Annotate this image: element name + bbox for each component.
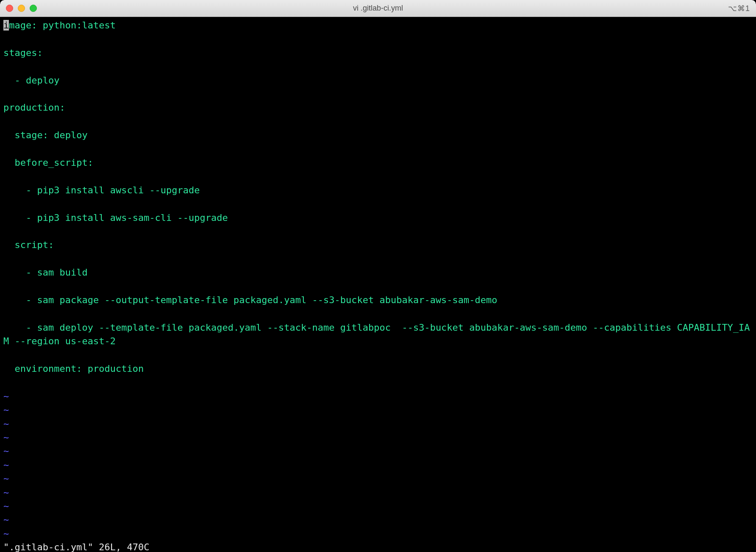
tilde-marker: ~: [3, 486, 753, 499]
window-titlebar: vi .gitlab-ci.yml ⌥⌘1: [0, 0, 756, 17]
editor-line: [3, 252, 753, 266]
tilde-marker: ~: [3, 444, 753, 458]
traffic-lights: [6, 5, 37, 12]
editor-line: image: python:latest: [3, 19, 753, 32]
editor-line: - sam build: [3, 266, 753, 279]
maximize-button[interactable]: [30, 5, 37, 12]
editor-line: [3, 115, 753, 128]
minimize-button[interactable]: [18, 5, 25, 12]
editor-line: stages:: [3, 46, 753, 60]
editor-line: [3, 32, 753, 46]
editor-line: [3, 348, 753, 362]
editor-line: [3, 142, 753, 156]
editor-line: [3, 376, 753, 389]
window-shortcut-indicator: ⌥⌘1: [728, 4, 750, 13]
editor-line: [3, 87, 753, 101]
editor-line: before_script:: [3, 156, 753, 170]
editor-line: - deploy: [3, 74, 753, 87]
tilde-marker: ~: [3, 513, 753, 527]
close-button[interactable]: [6, 5, 13, 12]
empty-line-markers: ~~~~~~~~~~~: [3, 390, 753, 541]
editor-line: [3, 170, 753, 183]
text-cursor: i: [3, 20, 9, 31]
tilde-marker: ~: [3, 527, 753, 541]
tilde-marker: ~: [3, 472, 753, 485]
editor-line: script:: [3, 238, 753, 252]
editor-line: [3, 280, 753, 293]
window-title: vi .gitlab-ci.yml: [353, 4, 403, 13]
tilde-marker: ~: [3, 431, 753, 444]
tilde-marker: ~: [3, 403, 753, 417]
editor-line: - sam deploy --template-file packaged.ya…: [3, 321, 753, 348]
editor-line: production:: [3, 101, 753, 114]
tilde-marker: ~: [3, 417, 753, 431]
editor-line: [3, 225, 753, 238]
editor-line: [3, 307, 753, 321]
tilde-marker: ~: [3, 390, 753, 403]
editor-line: [3, 60, 753, 73]
tilde-marker: ~: [3, 458, 753, 472]
editor-line: [3, 197, 753, 211]
tilde-marker: ~: [3, 499, 753, 513]
vi-status-line: ".gitlab-ci.yml" 26L, 470C: [3, 541, 753, 552]
editor-line: - sam package --output-template-file pac…: [3, 293, 753, 307]
editor-line: stage: deploy: [3, 128, 753, 142]
editor-buffer: image: python:lateststages: - deployprod…: [3, 19, 753, 390]
editor-line: environment: production: [3, 362, 753, 376]
terminal-viewport[interactable]: image: python:lateststages: - deployprod…: [0, 17, 756, 552]
editor-line: - pip3 install aws-sam-cli --upgrade: [3, 211, 753, 225]
editor-line: - pip3 install awscli --upgrade: [3, 184, 753, 197]
